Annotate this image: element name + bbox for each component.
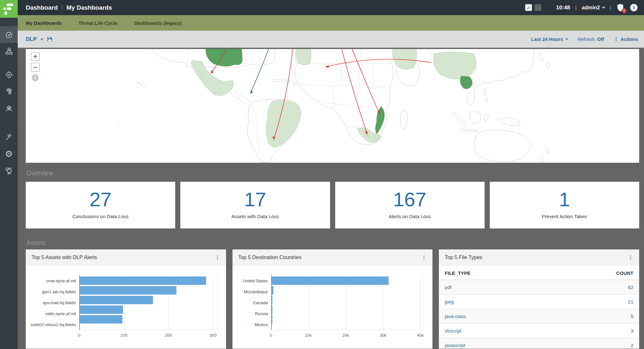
bar[interactable] — [80, 315, 122, 324]
info-icon[interactable]: i — [630, 4, 638, 11]
bar-chart-assets: crow.eyrie.af.milgen1-lab.hq.fidelisxps-… — [26, 266, 226, 349]
x-tick-label: 0 — [78, 333, 80, 338]
fidelis-logo[interactable] — [0, 0, 18, 18]
bar[interactable] — [272, 296, 273, 304]
bar-category-label: Canada — [235, 297, 271, 308]
highlight-morocco — [296, 49, 311, 65]
breadcrumb: Dashboard / My Dashboards — [26, 4, 112, 11]
sidebar-item-actions[interactable] — [0, 129, 18, 145]
tabbar: My Dashboards Threat Life Cycle Dashboar… — [18, 15, 644, 31]
kebab-menu-icon[interactable]: ⋮ — [421, 254, 427, 261]
bar[interactable] — [272, 305, 272, 314]
tab-dashboards-legacy[interactable]: Dashboards (legacy) — [134, 20, 182, 26]
toggle-square-icon[interactable] — [535, 4, 541, 11]
x-axis: 0100200300 — [79, 330, 218, 339]
highlight-china-south — [460, 76, 472, 89]
bar-category-label: Russia — [235, 308, 271, 319]
file-type-count[interactable]: 2 — [552, 338, 639, 349]
file-type-count[interactable]: 62 — [552, 280, 639, 295]
sidebar-item-detection[interactable] — [0, 66, 18, 83]
file-type-link[interactable]: pdf — [439, 280, 552, 295]
threat-map-panel[interactable]: + − — [26, 49, 639, 163]
dashboard-selector[interactable]: DLP — [26, 36, 37, 43]
file-type-link[interactable]: jpeg — [439, 295, 552, 309]
breadcrumb-section[interactable]: Dashboard — [26, 4, 58, 11]
bar[interactable] — [80, 286, 176, 295]
x-tick-label: 10k — [305, 333, 312, 338]
bar-category-label: Mexico — [235, 319, 271, 330]
sidebar-divider — [0, 63, 18, 63]
file-type-count[interactable]: 21 — [552, 295, 639, 309]
table-column-header[interactable]: FILE_TYPE — [439, 266, 552, 280]
fingerprint-icon — [5, 87, 13, 96]
sidebar-item-network[interactable] — [0, 43, 18, 60]
map-zoom-in-button[interactable]: + — [31, 52, 40, 61]
bar[interactable] — [80, 276, 206, 285]
user-menu[interactable]: admin2 — [582, 5, 605, 11]
x-tick-label: 0 — [270, 333, 272, 338]
tab-threat-life-cycle[interactable]: Threat Life Cycle — [79, 20, 118, 26]
clock: 10:48 — [556, 5, 570, 11]
tab-my-dashboards[interactable]: My Dashboards — [26, 20, 62, 26]
island-dot — [119, 123, 120, 124]
chevron-down-icon[interactable] — [41, 37, 43, 40]
table-row: javascript2 — [439, 338, 639, 349]
file-type-count[interactable]: 5 — [552, 309, 639, 324]
file-type-link[interactable]: java-class — [439, 309, 552, 324]
sidebar-item-fingerprint[interactable] — [0, 83, 18, 100]
panel-top5-filetypes: Top 5 File Types ⋮ FILE_TYPECOUNT pdf62j… — [439, 249, 639, 349]
checkbox-icon[interactable]: ✓ — [525, 4, 532, 11]
sidebar-item-dashboards[interactable] — [0, 26, 18, 43]
bar[interactable] — [80, 305, 123, 314]
x-tick-label: 30k — [380, 333, 386, 338]
islands-hawaii — [141, 84, 142, 85]
actions-menu[interactable]: ⋮ Actions — [614, 36, 638, 42]
island-madagascar — [400, 110, 408, 129]
bar[interactable] — [272, 286, 273, 295]
island-tasmania — [513, 161, 517, 163]
island-borneo — [470, 111, 481, 124]
file-types-table: FILE_TYPECOUNT pdf62jpeg21java-class5vbs… — [439, 266, 639, 349]
refresh-status[interactable]: Refresh: Off — [577, 36, 604, 42]
overview-cards: 27 Conclusions on Data Loss 17 Assets wi… — [26, 182, 639, 228]
islands-philippines — [483, 89, 488, 102]
file-types-table-body: FILE_TYPECOUNT pdf62jpeg21java-class5vbs… — [439, 266, 639, 349]
x-axis: 010k20k30k40k — [271, 330, 424, 339]
bar-category-label: United States — [235, 275, 271, 286]
kebab-menu-icon[interactable]: ⋮ — [215, 254, 220, 261]
bar[interactable] — [272, 315, 272, 324]
island-sulawesi — [484, 114, 488, 122]
highlight-brazil — [266, 100, 300, 148]
panel-top5-assets: Top 5 Assets with DLP Alerts ⋮ crow.eyri… — [26, 249, 226, 349]
sidebar-item-deployment[interactable] — [0, 162, 18, 179]
separator: | — [610, 5, 611, 10]
stat-card-prevent[interactable]: 1 Prevent Action Taken — [490, 182, 639, 228]
island-cuba — [273, 79, 289, 82]
sidebar-item-settings[interactable]: ⚙ — [0, 145, 18, 162]
system-health-button[interactable]: ! — [616, 4, 624, 12]
stat-label: Conclusions on Data Loss — [26, 214, 175, 219]
sidebar-item-threat-actor[interactable] — [0, 100, 18, 117]
panel-header: Top 5 Destination Countries ⋮ — [232, 249, 433, 266]
file-type-count[interactable]: 3 — [552, 324, 639, 338]
save-icon[interactable] — [47, 36, 52, 42]
stat-label: Assets with Data Loss — [180, 214, 330, 219]
time-range-selector[interactable]: Last 24 Hours — [531, 36, 568, 42]
highlight-china — [433, 52, 476, 79]
bar-category-labels: crow.eyrie.af.milgen1-lab.hq.fidelisxps-… — [28, 275, 79, 330]
file-type-link[interactable]: vbscript — [439, 324, 552, 338]
stat-card-conclusions[interactable]: 27 Conclusions on Data Loss — [26, 182, 175, 228]
stat-card-assets[interactable]: 17 Assets with Data Loss — [180, 182, 330, 228]
bar[interactable] — [272, 276, 389, 285]
map-zoom-out-button[interactable]: − — [31, 63, 40, 72]
kebab-menu-icon[interactable]: ⋮ — [628, 254, 633, 261]
table-column-header[interactable]: COUNT — [552, 266, 639, 280]
bar[interactable] — [80, 296, 153, 304]
stat-value: 1 — [490, 189, 639, 210]
file-type-link[interactable]: javascript — [439, 338, 552, 349]
globe-icon[interactable] — [31, 73, 40, 82]
bar-category-labels: United StatesMozambiqueCanadaRussiaMexic… — [235, 275, 271, 330]
stat-value: 167 — [335, 189, 485, 210]
panel-header: Top 5 Assets with DLP Alerts ⋮ — [26, 249, 226, 266]
stat-card-alerts[interactable]: 167 Alerts on Data Loss — [335, 182, 485, 228]
